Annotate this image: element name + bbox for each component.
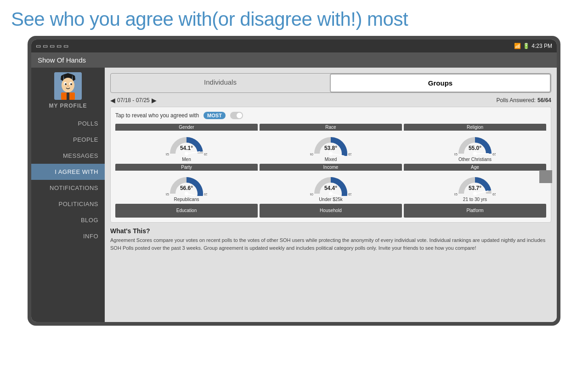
avatar-image bbox=[54, 72, 82, 100]
sidebar-item-blog[interactable]: BLOG bbox=[31, 212, 105, 228]
gauge-category-age: Age bbox=[404, 164, 546, 171]
sidebar-item-notifications[interactable]: NOTIFICATIONS bbox=[31, 180, 105, 196]
gauge-svg-income: 54.4°4065 bbox=[310, 171, 351, 196]
sidebar-item-info[interactable]: INFO bbox=[31, 228, 105, 244]
svg-text:54.1°: 54.1° bbox=[180, 145, 193, 151]
gauge-sublabel-race: Mixed bbox=[325, 157, 337, 162]
date-range-text: 07/18 - 07/25 bbox=[117, 97, 150, 104]
camera-button[interactable] bbox=[539, 170, 552, 183]
tab-individuals[interactable]: Individuals bbox=[111, 74, 330, 92]
status-bar: ▭ ▭ ▭ ▭ ▭ 📶 🔋 4:23 PM bbox=[31, 40, 557, 52]
svg-text:54.4°: 54.4° bbox=[324, 185, 337, 191]
main-layout: MY PROFILE POLLS PEOPLE MESSAGES I AGREE… bbox=[31, 68, 557, 322]
bottom-category-platform: Platform bbox=[404, 204, 546, 218]
tab-bar: Individuals Groups bbox=[110, 73, 551, 93]
gauges-grid: Gender54.1°4565MenRace53.8°4065MixedReli… bbox=[115, 124, 546, 202]
gauge-svg-religion: 55.0°4565 bbox=[454, 131, 496, 156]
device-screen: ▭ ▭ ▭ ▭ ▭ 📶 🔋 4:23 PM Show Of Hands bbox=[31, 40, 557, 322]
gauge-sublabel-religion: Other Christians bbox=[458, 157, 492, 162]
svg-text:45: 45 bbox=[166, 192, 170, 196]
sidebar-item-messages[interactable]: MESSAGES bbox=[31, 148, 105, 164]
clock: 4:23 PM bbox=[531, 43, 552, 49]
gauge-svg-party: 56.6°4565 bbox=[166, 171, 207, 196]
app-title: Show Of Hands bbox=[38, 56, 86, 64]
content-area: Individuals Groups ◀ 07/18 - 07/25 ▶ Pol… bbox=[105, 68, 557, 322]
app-bar: Show Of Hands bbox=[31, 52, 557, 68]
icon-display: ▭ bbox=[43, 43, 48, 49]
polls-answered-label: Polls Answered: bbox=[497, 97, 536, 104]
most-toggle-button[interactable]: MOST bbox=[204, 112, 226, 119]
gauge-category-gender: Gender bbox=[115, 124, 258, 131]
icon-alert: ▭ bbox=[63, 43, 68, 49]
svg-point-23 bbox=[473, 152, 477, 155]
svg-point-8 bbox=[70, 83, 72, 85]
svg-point-18 bbox=[329, 152, 333, 155]
whats-this-section: What's This? Agreement Scores compare yo… bbox=[110, 227, 551, 252]
gauge-svg-race: 53.8°4065 bbox=[310, 131, 351, 156]
wifi-icon: 📶 bbox=[514, 43, 521, 49]
gauge-cell-party: Party56.6°4565Republicans bbox=[115, 164, 258, 202]
agree-header: Tap to reveal who you agreed with MOST bbox=[115, 112, 546, 119]
avatar-svg bbox=[54, 72, 82, 100]
gauge-sublabel-income: Under $25k bbox=[319, 197, 343, 202]
toggle-switch[interactable] bbox=[230, 112, 243, 119]
battery-icon: 🔋 bbox=[523, 43, 530, 49]
gauge-sublabel-party: Republicans bbox=[174, 197, 199, 202]
bottom-category-education: Education bbox=[115, 204, 258, 218]
svg-text:55.0°: 55.0° bbox=[469, 145, 481, 151]
whats-this-title: What's This? bbox=[110, 227, 551, 235]
gauge-category-party: Party bbox=[115, 164, 258, 171]
bottom-category-household: Household bbox=[260, 204, 402, 218]
sidebar-item-i-agree-with[interactable]: I AGREE WITH bbox=[31, 164, 105, 180]
gauge-cell-age: Age53.7°456521 to 30 yrs bbox=[404, 164, 546, 202]
polls-answered-value: 56/64 bbox=[537, 97, 551, 104]
status-icons-right: 📶 🔋 4:23 PM bbox=[514, 43, 552, 49]
bottom-categories-row: EducationHouseholdPlatform bbox=[115, 204, 546, 218]
svg-point-28 bbox=[185, 192, 188, 196]
avatar[interactable] bbox=[54, 72, 82, 100]
svg-text:65: 65 bbox=[348, 152, 351, 156]
svg-point-7 bbox=[65, 83, 67, 85]
svg-point-4 bbox=[62, 78, 74, 92]
icon-message: ▭ bbox=[57, 43, 62, 49]
next-date-arrow[interactable]: ▶ bbox=[152, 97, 157, 104]
sidebar-item-polls[interactable]: POLLS bbox=[31, 115, 105, 132]
gauge-svg-gender: 54.1°4565 bbox=[166, 131, 207, 156]
svg-text:53.7°: 53.7° bbox=[469, 185, 481, 191]
svg-text:65: 65 bbox=[492, 192, 496, 196]
svg-text:45: 45 bbox=[454, 192, 458, 196]
gauge-category-race: Race bbox=[260, 124, 402, 131]
sidebar: MY PROFILE POLLS PEOPLE MESSAGES I AGREE… bbox=[31, 68, 105, 322]
tagline: See who you agree with(or disagree with!… bbox=[0, 0, 588, 36]
svg-point-9 bbox=[68, 86, 69, 87]
svg-text:45: 45 bbox=[454, 152, 458, 156]
gauge-cell-religion: Religion55.0°4565Other Christians bbox=[404, 124, 546, 162]
gauge-cell-gender: Gender54.1°4565Men bbox=[115, 124, 258, 162]
icon-sim: ▭ bbox=[36, 43, 41, 49]
gauge-cell-income: Income54.4°4065Under $25k bbox=[260, 164, 402, 202]
status-icons-left: ▭ ▭ ▭ ▭ ▭ bbox=[36, 43, 68, 49]
gauge-category-income: Income bbox=[260, 164, 402, 171]
svg-text:40: 40 bbox=[310, 192, 314, 196]
svg-text:65: 65 bbox=[204, 152, 207, 156]
tab-groups[interactable]: Groups bbox=[330, 74, 551, 92]
svg-text:53.8°: 53.8° bbox=[324, 145, 337, 151]
device-frame: ▭ ▭ ▭ ▭ ▭ 📶 🔋 4:23 PM Show Of Hands bbox=[28, 36, 560, 326]
gauge-sublabel-gender: Men bbox=[182, 157, 191, 162]
polls-answered: Polls Answered: 56/64 bbox=[497, 97, 551, 104]
agree-header-text: Tap to reveal who you agreed with bbox=[115, 112, 199, 119]
svg-rect-11 bbox=[67, 92, 69, 100]
svg-text:56.6°: 56.6° bbox=[180, 185, 193, 191]
icon-photo: ▭ bbox=[50, 43, 55, 49]
prev-date-arrow[interactable]: ◀ bbox=[110, 97, 115, 104]
sidebar-item-politicians[interactable]: POLITICIANS bbox=[31, 196, 105, 212]
sidebar-item-people[interactable]: PEOPLE bbox=[31, 132, 105, 148]
profile-label: MY PROFILE bbox=[49, 103, 87, 109]
agree-panel: Tap to reveal who you agreed with MOST G… bbox=[110, 107, 551, 223]
gauge-svg-age: 53.7°4565 bbox=[454, 171, 496, 196]
svg-point-13 bbox=[185, 152, 188, 155]
gauge-category-religion: Religion bbox=[404, 124, 546, 131]
svg-point-38 bbox=[473, 192, 477, 196]
svg-point-33 bbox=[329, 192, 333, 196]
date-range-nav: ◀ 07/18 - 07/25 ▶ bbox=[110, 97, 157, 104]
